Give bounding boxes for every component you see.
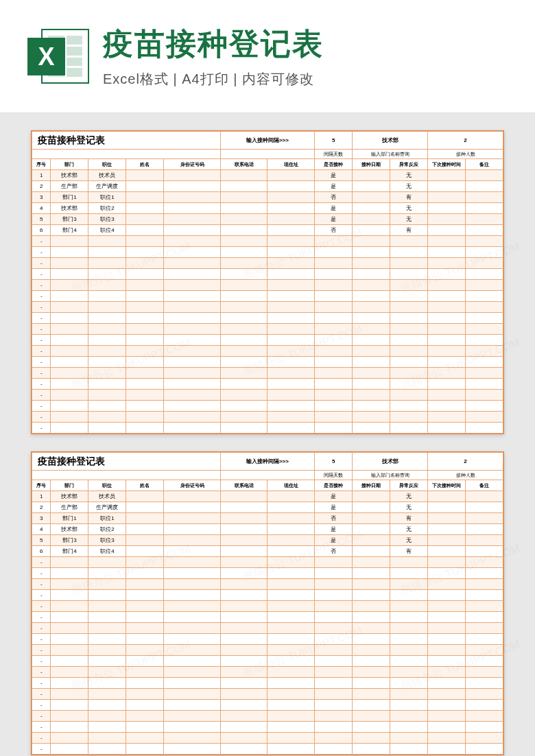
column-header: 部门	[51, 159, 88, 170]
cell-pos: 职位4	[88, 546, 126, 557]
cell-react: 无	[390, 491, 428, 502]
cell-next	[428, 181, 466, 192]
label-dept-query: 输入部门名称查询	[353, 150, 428, 159]
cell-name	[126, 170, 164, 181]
cell-dept: 生产部	[51, 181, 88, 192]
cell-date	[353, 535, 390, 546]
cell-note	[465, 524, 503, 535]
label-count: 接种人数	[428, 150, 503, 159]
table-row-empty: -	[32, 346, 503, 357]
cell-seq: 2	[32, 181, 51, 192]
cell-dept: 部门1	[51, 192, 88, 203]
cell-date	[353, 524, 390, 535]
table-row: 5部门3职位3是无	[32, 214, 503, 225]
table-row: 4技术部职位2是无	[32, 203, 503, 214]
value-interval: 5	[315, 132, 353, 150]
cell-phone	[220, 546, 268, 557]
cell-phone	[220, 170, 268, 181]
table-row-empty: -	[32, 236, 503, 247]
cell-date	[353, 491, 390, 502]
sheet-title: 疫苗接种登记表	[32, 453, 221, 471]
cell-name	[126, 491, 164, 502]
value-interval: 5	[315, 453, 353, 471]
cell-react: 有	[390, 225, 428, 236]
column-header: 姓名	[126, 480, 164, 491]
sheet-preview-2: 疫苗接种登记表输入接种间隔>>>5技术部2间隔天数输入部门名称查询接种人数序号部…	[31, 451, 504, 755]
cell-phone	[220, 181, 268, 192]
table-row-empty: -	[32, 711, 503, 722]
cell-phone	[220, 491, 268, 502]
cell-id	[164, 192, 220, 203]
cell-addr	[268, 502, 315, 513]
cell-react: 无	[390, 214, 428, 225]
value-dept-query: 技术部	[353, 132, 428, 150]
table-row-empty: -	[32, 612, 503, 623]
column-header: 接种日期	[353, 480, 390, 491]
cell-phone	[220, 203, 268, 214]
cell-name	[126, 203, 164, 214]
column-header: 身份证号码	[164, 480, 220, 491]
table-row-empty: -	[32, 324, 503, 335]
table-row-empty: -	[32, 423, 503, 434]
cell-react: 无	[390, 181, 428, 192]
cell-vac: 是	[315, 181, 353, 192]
cell-id	[164, 225, 220, 236]
cell-react: 有	[390, 192, 428, 203]
column-header: 序号	[32, 159, 51, 170]
cell-date	[353, 181, 390, 192]
cell-react: 有	[390, 546, 428, 557]
cell-addr	[268, 192, 315, 203]
cell-id	[164, 203, 220, 214]
cell-seq: 4	[32, 524, 51, 535]
sheet-title: 疫苗接种登记表	[32, 132, 221, 150]
cell-vac: 是	[315, 491, 353, 502]
cell-addr	[268, 170, 315, 181]
cell-name	[126, 513, 164, 524]
cell-react: 无	[390, 203, 428, 214]
cell-next	[428, 170, 466, 181]
table-row-empty: -	[32, 744, 503, 755]
table-row-empty: -	[32, 335, 503, 346]
table-row-empty: -	[32, 379, 503, 390]
table-row-empty: -	[32, 568, 503, 579]
cell-dept: 部门3	[51, 214, 88, 225]
cell-addr	[268, 203, 315, 214]
excel-icon: X	[27, 25, 89, 87]
cell-id	[164, 502, 220, 513]
cell-name	[126, 214, 164, 225]
cell-seq: 3	[32, 513, 51, 524]
table-row: 6部门4职位4否有	[32, 546, 503, 557]
column-header: 接种日期	[353, 159, 390, 170]
cell-phone	[220, 214, 268, 225]
value-count: 2	[428, 132, 503, 150]
cell-note	[465, 502, 503, 513]
cell-date	[353, 170, 390, 181]
cell-pos: 职位1	[88, 513, 126, 524]
label-interval-days: 间隔天数	[315, 150, 353, 159]
cell-next	[428, 513, 466, 524]
cell-dept: 部门4	[51, 546, 88, 557]
table-row: 1技术部技术员是无	[32, 170, 503, 181]
cell-next	[428, 535, 466, 546]
table-row-empty: -	[32, 368, 503, 379]
column-header: 异常反应	[390, 159, 428, 170]
cell-seq: 3	[32, 192, 51, 203]
cell-note	[465, 225, 503, 236]
banner-title: 疫苗接种登记表	[103, 24, 508, 64]
cell-date	[353, 214, 390, 225]
cell-addr	[268, 513, 315, 524]
table-row: 1技术部技术员是无	[32, 491, 503, 502]
table-row-empty: -	[32, 667, 503, 678]
cell-note	[465, 203, 503, 214]
cell-seq: 1	[32, 491, 51, 502]
cell-react: 有	[390, 513, 428, 524]
table-row-empty: -	[32, 302, 503, 313]
cell-next	[428, 192, 466, 203]
cell-seq: 6	[32, 225, 51, 236]
sheet-preview-1: 疫苗接种登记表输入接种间隔>>>5技术部2间隔天数输入部门名称查询接种人数序号部…	[31, 130, 504, 434]
column-header: 联系电话	[220, 159, 268, 170]
cell-seq: 5	[32, 535, 51, 546]
cell-pos: 职位3	[88, 535, 126, 546]
cell-vac: 是	[315, 214, 353, 225]
column-header: 备注	[465, 480, 503, 491]
